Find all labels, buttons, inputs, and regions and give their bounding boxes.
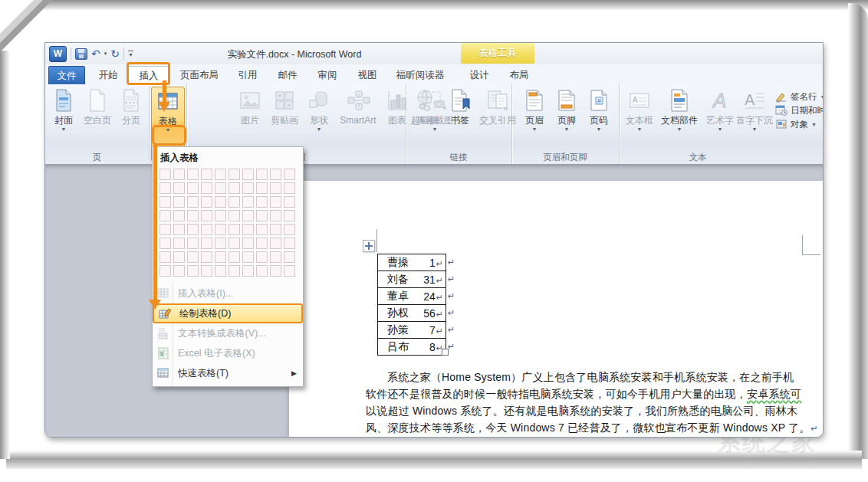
table-size-cell[interactable] <box>256 238 268 249</box>
tab-file[interactable]: 文件 <box>48 66 85 86</box>
smartart-button[interactable]: SmartArt <box>336 87 380 151</box>
table-size-cell[interactable] <box>270 210 281 221</box>
table-size-cell[interactable] <box>201 196 212 208</box>
table-size-cell[interactable] <box>201 265 212 277</box>
table-size-cell[interactable] <box>173 196 185 208</box>
table-size-cell[interactable] <box>270 238 281 249</box>
blank-page-button[interactable]: 空白页 <box>81 87 114 151</box>
body-paragraph[interactable]: 系统之家（Home System）广义上包含了电脑系统安装和手机系统安装，在之前… <box>366 369 823 436</box>
table-size-cell[interactable] <box>256 182 268 194</box>
document-page[interactable]: 曹操1↵ 刘备31↵ 董卓24↵ 孙权56↵ 孙策7↵ 吕布8↵ ↵↵ ↵↵ ↵… <box>289 181 823 437</box>
table-size-cell[interactable] <box>159 210 171 221</box>
table-size-cell[interactable] <box>173 169 185 180</box>
tab-page-layout[interactable]: 页面布局 <box>174 67 225 84</box>
table-row[interactable]: 刘备31↵ <box>378 271 446 288</box>
table-size-cell[interactable] <box>242 238 254 249</box>
tab-table-layout[interactable]: 布局 <box>502 67 536 84</box>
table-size-cell[interactable] <box>187 182 199 194</box>
table-size-cell[interactable] <box>215 210 226 221</box>
table-size-cell[interactable] <box>284 224 295 235</box>
tab-review[interactable]: 审阅 <box>311 67 344 84</box>
table-size-cell[interactable] <box>229 265 240 277</box>
quick-parts-button[interactable]: 文档部件 ▼ <box>657 87 702 151</box>
table-size-cell[interactable] <box>187 251 199 263</box>
table-size-cell[interactable] <box>270 196 281 208</box>
picture-button[interactable]: 图片 <box>235 87 265 151</box>
table-size-cell[interactable] <box>270 224 281 235</box>
table-size-cell[interactable] <box>256 251 268 263</box>
table-size-cell[interactable] <box>242 210 254 221</box>
table-row[interactable]: 孙策7↵ <box>378 322 446 339</box>
table-size-cell[interactable] <box>201 224 212 235</box>
table-size-cell[interactable] <box>215 224 226 235</box>
table-size-cell[interactable] <box>284 238 295 249</box>
table-size-cell[interactable] <box>173 224 185 235</box>
table-size-cell[interactable] <box>215 182 226 194</box>
table-size-cell[interactable] <box>187 224 199 235</box>
menu-item-excel-spreadsheet[interactable]: Excel 电子表格(X) <box>153 343 303 363</box>
table-size-cell[interactable] <box>284 265 295 277</box>
table-size-cell[interactable] <box>229 196 240 208</box>
table-size-cell[interactable] <box>201 238 212 249</box>
table-size-cell[interactable] <box>242 224 254 235</box>
tab-mailings[interactable]: 邮件 <box>271 67 304 84</box>
table-size-cell[interactable] <box>242 251 254 263</box>
redo-icon[interactable]: ↻ <box>110 48 120 60</box>
table-size-cell[interactable] <box>201 182 212 194</box>
table-row[interactable]: 孙权56↵ <box>378 305 446 322</box>
text-box-button[interactable]: A 文本框 ▼ <box>623 87 656 151</box>
menu-item-insert-table[interactable]: 插入表格(I)... <box>153 284 303 303</box>
table-size-cell[interactable] <box>270 182 281 194</box>
table-size-cell[interactable] <box>270 169 281 180</box>
table-size-cell[interactable] <box>173 265 185 277</box>
table-size-cell[interactable] <box>159 224 171 235</box>
bookmark-button[interactable]: 书签 <box>446 87 475 151</box>
drop-cap-button[interactable]: A 首字下沉 ▼ <box>735 87 774 151</box>
tab-home[interactable]: 开始 <box>90 67 127 84</box>
tab-table-design[interactable]: 设计 <box>462 67 496 84</box>
table-size-cell[interactable] <box>187 210 199 221</box>
table-size-cell[interactable] <box>256 210 268 221</box>
page-break-button[interactable]: 分页 <box>117 87 145 151</box>
table-size-cell[interactable] <box>229 224 240 235</box>
table-row[interactable]: 曹操1↵ <box>378 254 446 271</box>
table-size-cell[interactable] <box>159 251 171 263</box>
footer-button[interactable]: 页脚 ▼ <box>551 87 582 151</box>
table-size-cell[interactable] <box>242 196 254 208</box>
tab-foxit-reader[interactable]: 福昕阅读器 <box>390 67 450 84</box>
tab-references[interactable]: 引用 <box>231 67 265 84</box>
table-size-cell[interactable] <box>159 169 171 180</box>
table-size-cell[interactable] <box>284 210 295 221</box>
table-row[interactable]: 董卓24↵ <box>378 288 446 305</box>
undo-dropdown-arrow-icon[interactable]: ▾ <box>104 51 107 57</box>
table-size-cell[interactable] <box>284 182 295 194</box>
table-size-cell[interactable] <box>215 169 226 180</box>
cover-page-button[interactable]: 封面 ▼ <box>48 87 79 151</box>
table-size-cell[interactable] <box>256 265 268 277</box>
table-size-cell[interactable] <box>229 169 240 180</box>
table-size-cell[interactable] <box>201 251 212 263</box>
table-size-cell[interactable] <box>229 210 240 221</box>
menu-item-quick-tables[interactable]: 快速表格(T) ▶ <box>153 363 303 383</box>
table-size-cell[interactable] <box>187 169 199 180</box>
date-time-button[interactable]: 日期和时 <box>775 104 824 117</box>
qat-customize-icon[interactable]: ▾ <box>128 51 133 57</box>
table-size-cell[interactable] <box>242 182 254 194</box>
undo-icon[interactable]: ↶ <box>91 48 100 60</box>
table-size-cell[interactable] <box>215 251 226 263</box>
table-size-cell[interactable] <box>270 251 281 263</box>
table-size-cell[interactable] <box>242 265 254 277</box>
object-button[interactable]: 对象 ▼ <box>775 118 817 131</box>
table-size-cell[interactable] <box>256 224 268 235</box>
table-move-handle[interactable] <box>363 240 375 252</box>
menu-item-convert-text-to-table[interactable]: 文本转换成表格(V)... <box>153 323 303 343</box>
wordart-button[interactable]: A 艺术字 ▼ <box>703 87 737 151</box>
table-size-cell[interactable] <box>229 182 240 194</box>
table-size-cell[interactable] <box>256 169 268 180</box>
table-size-cell[interactable] <box>201 210 212 221</box>
table-resize-handle[interactable] <box>442 349 449 356</box>
table-size-cell[interactable] <box>173 210 185 221</box>
table-size-cell[interactable] <box>173 238 185 249</box>
tab-view[interactable]: 视图 <box>350 67 384 84</box>
table-size-cell[interactable] <box>159 182 171 194</box>
